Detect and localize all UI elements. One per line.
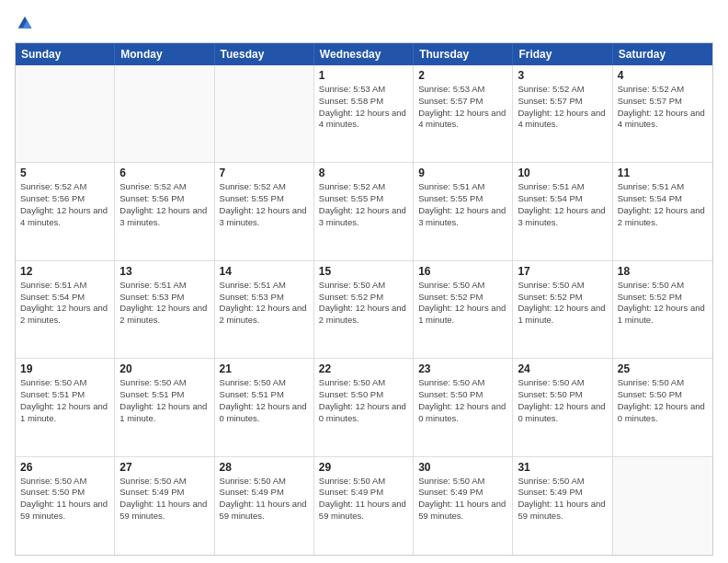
day-info: Sunrise: 5:50 AM Sunset: 5:49 PM Dayligh…	[220, 476, 309, 523]
calendar-row-0: 1Sunrise: 5:53 AM Sunset: 5:58 PM Daylig…	[16, 65, 712, 163]
header-day-monday: Monday	[115, 43, 214, 65]
day-info: Sunrise: 5:51 AM Sunset: 5:54 PM Dayligh…	[618, 181, 708, 228]
calendar-cell-empty-0-1	[115, 65, 214, 162]
day-info: Sunrise: 5:50 AM Sunset: 5:50 PM Dayligh…	[618, 377, 708, 424]
day-info: Sunrise: 5:52 AM Sunset: 5:55 PM Dayligh…	[220, 181, 309, 228]
calendar-cell-25: 25Sunrise: 5:50 AM Sunset: 5:50 PM Dayli…	[613, 359, 712, 455]
calendar-cell-6: 6Sunrise: 5:52 AM Sunset: 5:56 PM Daylig…	[115, 163, 214, 259]
day-info: Sunrise: 5:50 AM Sunset: 5:51 PM Dayligh…	[220, 377, 309, 424]
day-number: 21	[220, 362, 309, 375]
day-info: Sunrise: 5:50 AM Sunset: 5:50 PM Dayligh…	[20, 476, 109, 523]
header-day-wednesday: Wednesday	[314, 43, 414, 65]
header-day-tuesday: Tuesday	[215, 43, 314, 65]
calendar-cell-empty-0-2	[215, 65, 314, 162]
day-info: Sunrise: 5:50 AM Sunset: 5:50 PM Dayligh…	[319, 377, 408, 424]
day-number: 3	[518, 69, 607, 82]
day-info: Sunrise: 5:52 AM Sunset: 5:55 PM Dayligh…	[319, 181, 408, 228]
calendar-cell-empty-4-6	[613, 457, 712, 555]
calendar-row-3: 19Sunrise: 5:50 AM Sunset: 5:51 PM Dayli…	[16, 359, 712, 456]
calendar-cell-24: 24Sunrise: 5:50 AM Sunset: 5:50 PM Dayli…	[513, 359, 612, 455]
header-day-friday: Friday	[513, 43, 612, 65]
calendar-cell-13: 13Sunrise: 5:51 AM Sunset: 5:53 PM Dayli…	[115, 261, 214, 358]
day-info: Sunrise: 5:51 AM Sunset: 5:55 PM Dayligh…	[418, 181, 507, 228]
day-number: 13	[119, 265, 209, 278]
day-info: Sunrise: 5:50 AM Sunset: 5:49 PM Dayligh…	[319, 476, 408, 523]
logo	[15, 15, 35, 35]
calendar-cell-8: 8Sunrise: 5:52 AM Sunset: 5:55 PM Daylig…	[314, 163, 414, 259]
calendar-cell-18: 18Sunrise: 5:50 AM Sunset: 5:52 PM Dayli…	[613, 261, 712, 358]
day-number: 23	[418, 362, 507, 375]
calendar-cell-15: 15Sunrise: 5:50 AM Sunset: 5:52 PM Dayli…	[314, 261, 414, 358]
day-info: Sunrise: 5:50 AM Sunset: 5:49 PM Dayligh…	[119, 476, 209, 523]
day-number: 16	[418, 265, 507, 278]
calendar-cell-5: 5Sunrise: 5:52 AM Sunset: 5:56 PM Daylig…	[16, 163, 115, 259]
calendar-body: 1Sunrise: 5:53 AM Sunset: 5:58 PM Daylig…	[16, 65, 712, 555]
day-info: Sunrise: 5:53 AM Sunset: 5:57 PM Dayligh…	[418, 84, 507, 131]
day-info: Sunrise: 5:50 AM Sunset: 5:49 PM Dayligh…	[518, 476, 607, 523]
calendar-cell-21: 21Sunrise: 5:50 AM Sunset: 5:51 PM Dayli…	[215, 359, 314, 455]
day-number: 9	[418, 167, 507, 179]
day-info: Sunrise: 5:50 AM Sunset: 5:51 PM Dayligh…	[119, 377, 209, 424]
calendar-cell-20: 20Sunrise: 5:50 AM Sunset: 5:51 PM Dayli…	[115, 359, 214, 455]
day-number: 24	[518, 362, 607, 375]
header-day-sunday: Sunday	[16, 43, 115, 65]
calendar-cell-3: 3Sunrise: 5:52 AM Sunset: 5:57 PM Daylig…	[513, 65, 612, 162]
day-number: 31	[518, 461, 607, 474]
calendar-cell-16: 16Sunrise: 5:50 AM Sunset: 5:52 PM Dayli…	[414, 261, 513, 358]
calendar-cell-30: 30Sunrise: 5:50 AM Sunset: 5:49 PM Dayli…	[414, 457, 513, 555]
calendar-cell-7: 7Sunrise: 5:52 AM Sunset: 5:55 PM Daylig…	[215, 163, 314, 259]
calendar-cell-10: 10Sunrise: 5:51 AM Sunset: 5:54 PM Dayli…	[513, 163, 612, 259]
day-number: 11	[618, 167, 708, 179]
calendar-cell-14: 14Sunrise: 5:51 AM Sunset: 5:53 PM Dayli…	[215, 261, 314, 358]
day-number: 5	[20, 167, 109, 179]
calendar-cell-2: 2Sunrise: 5:53 AM Sunset: 5:57 PM Daylig…	[414, 65, 513, 162]
calendar-cell-17: 17Sunrise: 5:50 AM Sunset: 5:52 PM Dayli…	[513, 261, 612, 358]
day-number: 6	[119, 167, 209, 179]
day-info: Sunrise: 5:50 AM Sunset: 5:50 PM Dayligh…	[418, 377, 507, 424]
logo-icon	[17, 15, 33, 31]
header	[15, 15, 713, 35]
day-number: 1	[319, 69, 408, 82]
calendar-cell-19: 19Sunrise: 5:50 AM Sunset: 5:51 PM Dayli…	[16, 359, 115, 455]
day-number: 2	[418, 69, 507, 82]
day-number: 8	[319, 167, 408, 179]
day-info: Sunrise: 5:51 AM Sunset: 5:53 PM Dayligh…	[119, 280, 209, 327]
calendar-row-4: 26Sunrise: 5:50 AM Sunset: 5:50 PM Dayli…	[16, 457, 712, 555]
day-number: 19	[20, 362, 109, 375]
header-day-saturday: Saturday	[613, 43, 712, 65]
day-info: Sunrise: 5:52 AM Sunset: 5:57 PM Dayligh…	[618, 84, 708, 131]
calendar-row-2: 12Sunrise: 5:51 AM Sunset: 5:54 PM Dayli…	[16, 261, 712, 359]
calendar-cell-empty-0-0	[16, 65, 115, 162]
calendar-cell-26: 26Sunrise: 5:50 AM Sunset: 5:50 PM Dayli…	[16, 457, 115, 555]
day-info: Sunrise: 5:50 AM Sunset: 5:52 PM Dayligh…	[618, 280, 708, 327]
day-info: Sunrise: 5:51 AM Sunset: 5:53 PM Dayligh…	[220, 280, 309, 327]
day-info: Sunrise: 5:52 AM Sunset: 5:56 PM Dayligh…	[20, 181, 109, 228]
calendar-header: SundayMondayTuesdayWednesdayThursdayFrid…	[16, 43, 712, 65]
calendar-cell-22: 22Sunrise: 5:50 AM Sunset: 5:50 PM Dayli…	[314, 359, 414, 455]
calendar-cell-27: 27Sunrise: 5:50 AM Sunset: 5:49 PM Dayli…	[115, 457, 214, 555]
day-info: Sunrise: 5:50 AM Sunset: 5:52 PM Dayligh…	[319, 280, 408, 327]
day-number: 20	[119, 362, 209, 375]
day-number: 10	[518, 167, 607, 179]
calendar-cell-29: 29Sunrise: 5:50 AM Sunset: 5:49 PM Dayli…	[314, 457, 414, 555]
day-info: Sunrise: 5:50 AM Sunset: 5:51 PM Dayligh…	[20, 377, 109, 424]
day-number: 12	[20, 265, 109, 278]
calendar-cell-11: 11Sunrise: 5:51 AM Sunset: 5:54 PM Dayli…	[613, 163, 712, 259]
header-day-thursday: Thursday	[414, 43, 513, 65]
calendar-cell-23: 23Sunrise: 5:50 AM Sunset: 5:50 PM Dayli…	[414, 359, 513, 455]
day-number: 17	[518, 265, 607, 278]
calendar-row-1: 5Sunrise: 5:52 AM Sunset: 5:56 PM Daylig…	[16, 163, 712, 260]
day-info: Sunrise: 5:50 AM Sunset: 5:50 PM Dayligh…	[518, 377, 607, 424]
calendar-cell-31: 31Sunrise: 5:50 AM Sunset: 5:49 PM Dayli…	[513, 457, 612, 555]
day-number: 4	[618, 69, 708, 82]
calendar-cell-28: 28Sunrise: 5:50 AM Sunset: 5:49 PM Dayli…	[215, 457, 314, 555]
day-number: 27	[119, 461, 209, 474]
calendar-cell-9: 9Sunrise: 5:51 AM Sunset: 5:55 PM Daylig…	[414, 163, 513, 259]
day-number: 18	[618, 265, 708, 278]
day-info: Sunrise: 5:53 AM Sunset: 5:58 PM Dayligh…	[319, 84, 408, 131]
day-info: Sunrise: 5:50 AM Sunset: 5:52 PM Dayligh…	[518, 280, 607, 327]
day-number: 7	[220, 167, 309, 179]
page: SundayMondayTuesdayWednesdayThursdayFrid…	[0, 0, 728, 563]
calendar-cell-4: 4Sunrise: 5:52 AM Sunset: 5:57 PM Daylig…	[613, 65, 712, 162]
day-info: Sunrise: 5:51 AM Sunset: 5:54 PM Dayligh…	[518, 181, 607, 228]
